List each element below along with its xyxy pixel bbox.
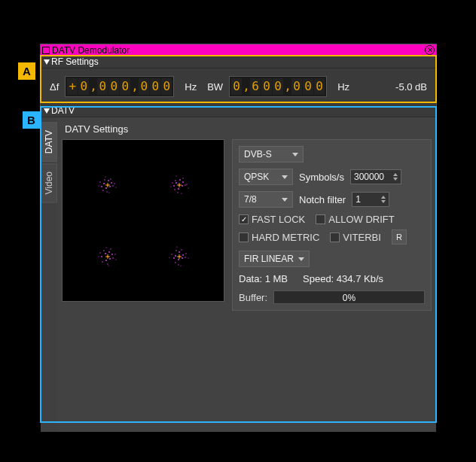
rf-settings-header[interactable]: RF Settings xyxy=(41,56,436,68)
svg-point-76 xyxy=(176,246,177,247)
svg-point-12 xyxy=(106,191,107,192)
svg-point-57 xyxy=(108,265,108,266)
titlebar-checkbox[interactable] xyxy=(42,47,50,54)
svg-point-77 xyxy=(180,265,181,266)
svg-point-45 xyxy=(101,256,102,257)
svg-point-46 xyxy=(108,251,110,253)
tab-video[interactable]: Video xyxy=(41,163,57,202)
filter-select[interactable]: FIR LINEAR xyxy=(239,251,310,267)
svg-point-4 xyxy=(111,182,112,184)
controls-panel: DVB-S QPSK Symbols/s 300000 7/8 Notch fi… xyxy=(232,139,432,311)
svg-point-2 xyxy=(109,186,111,187)
svg-point-21 xyxy=(175,182,177,184)
svg-point-9 xyxy=(102,190,104,191)
datv-demodulator-window: DATV Demodulator ✕ RF Settings Δf + 0 , … xyxy=(40,44,437,421)
notch-label: Notch filter xyxy=(299,194,346,205)
svg-point-37 xyxy=(181,193,182,193)
svg-point-36 xyxy=(175,175,176,176)
modulation-select[interactable]: QPSK xyxy=(239,169,293,185)
symbols-input[interactable]: 300000 xyxy=(350,169,401,184)
svg-point-33 xyxy=(182,178,183,178)
svg-point-74 xyxy=(169,257,169,257)
fastlock-checkbox[interactable]: FAST LOCK xyxy=(239,214,305,225)
chevron-down-icon xyxy=(292,153,298,157)
svg-point-66 xyxy=(178,251,180,253)
svg-point-53 xyxy=(110,248,111,249)
svg-point-24 xyxy=(182,181,184,183)
vertical-tabs: DATV Video xyxy=(41,117,57,432)
svg-point-65 xyxy=(173,257,175,259)
svg-point-70 xyxy=(171,254,172,254)
datv-body: DATV Video DATV Settings DVB-S QPSK xyxy=(41,117,436,432)
svg-point-13 xyxy=(110,178,111,179)
svg-point-49 xyxy=(102,261,103,263)
svg-point-72 xyxy=(178,264,178,265)
svg-point-32 xyxy=(177,192,178,193)
svg-point-8 xyxy=(112,185,114,187)
titlebar[interactable]: DATV Demodulator ✕ xyxy=(41,44,436,56)
datv-header-label: DATV xyxy=(51,105,75,116)
data-stat: Data: 1 MB xyxy=(239,273,288,284)
datv-content: DATV Settings DVB-S QPSK Symbols/s 30000 xyxy=(57,117,436,432)
svg-point-7 xyxy=(104,179,105,181)
bw-value[interactable]: 0 , 6 0 0 , 0 0 0 xyxy=(229,76,327,97)
svg-point-68 xyxy=(185,257,186,258)
chevron-down-icon xyxy=(282,198,288,202)
standard-select[interactable]: DVB-S xyxy=(239,146,304,163)
svg-point-16 xyxy=(105,176,105,177)
delta-f-value[interactable]: + 0 , 0 0 0 , 0 0 0 xyxy=(65,76,174,97)
svg-point-54 xyxy=(98,256,99,257)
svg-point-14 xyxy=(98,185,99,186)
svg-point-34 xyxy=(170,186,171,187)
chevron-down-icon xyxy=(282,175,288,179)
close-icon[interactable]: ✕ xyxy=(425,45,435,55)
viterbi-checkbox[interactable]: VITERBI xyxy=(330,232,381,243)
svg-point-43 xyxy=(105,260,107,261)
svg-point-41 xyxy=(105,253,106,254)
svg-point-1 xyxy=(103,183,105,184)
svg-point-44 xyxy=(111,254,113,255)
svg-point-42 xyxy=(109,258,111,260)
svg-point-23 xyxy=(178,188,179,190)
fec-select[interactable]: 7/8 xyxy=(239,191,293,208)
svg-point-48 xyxy=(112,257,114,259)
svg-point-61 xyxy=(175,255,176,257)
svg-point-55 xyxy=(115,259,116,260)
collapse-triangle-icon xyxy=(44,59,50,65)
svg-point-6 xyxy=(108,180,109,181)
window-title: DATV Demodulator xyxy=(52,45,425,56)
svg-point-67 xyxy=(175,250,177,251)
svg-point-51 xyxy=(114,254,115,254)
svg-point-71 xyxy=(185,253,186,254)
svg-point-25 xyxy=(173,185,175,187)
annotation-label-b: B xyxy=(23,111,40,129)
svg-point-50 xyxy=(99,252,100,253)
hz-unit: Hz xyxy=(185,81,197,93)
svg-point-56 xyxy=(105,247,106,248)
svg-point-29 xyxy=(174,189,175,190)
svg-point-30 xyxy=(172,182,172,183)
datv-settings-title: DATV Settings xyxy=(62,122,432,139)
tab-datv[interactable]: DATV xyxy=(41,122,57,162)
bw-label: BW xyxy=(207,81,223,93)
buffer-label: Buffer: xyxy=(239,292,267,303)
notch-input[interactable]: 1 xyxy=(352,192,389,207)
svg-point-69 xyxy=(175,262,176,263)
svg-point-64 xyxy=(182,254,184,256)
hardmetric-checkbox[interactable]: HARD METRIC xyxy=(239,232,319,243)
svg-point-15 xyxy=(115,187,116,187)
reset-button[interactable]: R xyxy=(392,229,407,245)
svg-point-75 xyxy=(188,257,188,258)
svg-point-47 xyxy=(103,250,105,251)
svg-point-11 xyxy=(114,183,114,184)
svg-point-35 xyxy=(188,187,188,188)
svg-point-52 xyxy=(107,263,108,264)
level-db: -5.0 dB xyxy=(395,81,427,93)
datv-header[interactable]: DATV xyxy=(41,105,436,117)
hz-unit: Hz xyxy=(337,81,349,93)
constellation-display xyxy=(62,139,224,302)
annotation-label-a: A xyxy=(18,62,35,80)
svg-point-17 xyxy=(108,192,109,193)
allowdrift-checkbox[interactable]: ALLOW DRIFT xyxy=(316,214,394,225)
svg-point-31 xyxy=(186,184,187,184)
